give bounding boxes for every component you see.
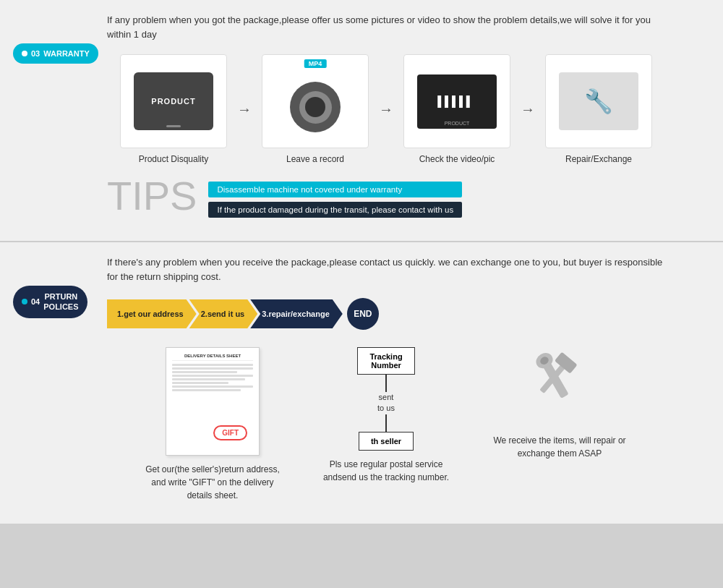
return-label: 04 PRTURNPOLICES bbox=[13, 286, 87, 318]
track-label-sent: sentto us bbox=[377, 392, 395, 414]
step-label-3: Check the video/pic bbox=[419, 154, 495, 164]
return-item-1: DELIVERY DETAILS SHEET GIFT bbox=[140, 347, 285, 502]
tips-section: TIPS Disassemble machine not covered und… bbox=[107, 176, 665, 218]
delivery-sheet: DELIVERY DETAILS SHEET GIFT bbox=[166, 347, 260, 456]
tips-title: TIPS bbox=[107, 176, 197, 216]
video-bars: ▌▌▌▌▌ bbox=[437, 95, 474, 107]
tip-1: Disassemble machine not covered under wa… bbox=[208, 182, 462, 197]
line-7 bbox=[172, 385, 253, 388]
line-3 bbox=[172, 371, 237, 373]
return-title: PRTURNPOLICES bbox=[43, 291, 78, 312]
tracking-box-1: TrackingNumber bbox=[357, 347, 414, 375]
return-item-text-2: Pls use regular postal service andsend u… bbox=[314, 458, 458, 484]
track-line-2 bbox=[385, 414, 387, 432]
delivery-sheet-title: DELIVERY DETAILS SHEET bbox=[172, 354, 253, 361]
flow-step-2: 2.send it us bbox=[189, 299, 258, 328]
line-8 bbox=[172, 389, 241, 391]
arrow-1: → bbox=[237, 101, 252, 118]
step-label-1: Product Disquality bbox=[139, 154, 209, 164]
flow-step-3: 3.repair/exchange bbox=[250, 299, 343, 328]
line-4 bbox=[172, 375, 253, 377]
flow-end: END bbox=[347, 298, 379, 330]
step-box-repair: 🔧 bbox=[545, 54, 652, 148]
return-intro-text: If there's any problem when you receive … bbox=[107, 255, 665, 284]
warranty-section-title: WARRANTY bbox=[43, 49, 90, 58]
step-label-2: Leave a record bbox=[286, 154, 344, 164]
line-1 bbox=[172, 364, 253, 366]
arrow-2: → bbox=[379, 101, 393, 118]
delivery-icon: DELIVERY DETAILS SHEET GIFT bbox=[166, 347, 260, 456]
track-line-1 bbox=[385, 375, 387, 392]
warranty-steps: PRODUCT Product Disquality → MP4 Leave a… bbox=[107, 54, 665, 164]
warranty-step-2: MP4 Leave a record bbox=[262, 54, 369, 164]
warranty-intro-text: If any problem when you got the package,… bbox=[107, 13, 665, 41]
tracking-box-2: th seller bbox=[359, 432, 414, 451]
camera-lens bbox=[299, 91, 332, 124]
return-section: 04 PRTURNPOLICES If there's any problem … bbox=[0, 242, 723, 524]
return-item-text-3: We receive the items, will repair or exc… bbox=[487, 434, 632, 460]
tracking-flow: TrackingNumber sentto us th seller bbox=[357, 347, 414, 451]
warranty-step-3: ▌▌▌▌▌ PRODUCT Check the video/pic bbox=[403, 54, 510, 164]
warranty-step-1: PRODUCT Product Disquality bbox=[120, 54, 227, 164]
step-box-product: PRODUCT bbox=[120, 54, 227, 148]
warranty-section: 03 WARRANTY If any problem when you got … bbox=[0, 0, 723, 242]
warranty-dot bbox=[22, 51, 27, 56]
return-item-text-1: Get our(the seller's)return address, and… bbox=[140, 463, 285, 502]
return-item-3: We receive the items, will repair or exc… bbox=[487, 347, 632, 502]
tips-items: Disassemble machine not covered under wa… bbox=[208, 176, 462, 218]
line-2 bbox=[172, 367, 253, 370]
return-bottom-items: DELIVERY DETAILS SHEET GIFT bbox=[107, 347, 665, 502]
step-box-mp4: MP4 bbox=[262, 54, 369, 148]
mp4-badge: MP4 bbox=[304, 59, 327, 68]
warranty-section-number: 03 bbox=[31, 49, 40, 58]
video-label: PRODUCT bbox=[445, 121, 470, 126]
gift-badge: GIFT bbox=[213, 425, 247, 440]
camera-lens-inner bbox=[305, 97, 325, 117]
arrow-3: → bbox=[521, 101, 535, 118]
warranty-label: 03 WARRANTY bbox=[13, 43, 98, 64]
tools-svg bbox=[520, 347, 599, 427]
return-dot bbox=[22, 299, 27, 304]
product-icon: PRODUCT bbox=[134, 72, 213, 130]
camera-body bbox=[290, 82, 341, 132]
step-label-4: Repair/Exchange bbox=[565, 154, 632, 164]
video-icon: ▌▌▌▌▌ PRODUCT bbox=[417, 74, 497, 129]
tip-2: If the product damaged during the transi… bbox=[208, 202, 462, 218]
tracking-icon: TrackingNumber sentto us th seller bbox=[357, 347, 414, 451]
delivery-lines bbox=[172, 364, 253, 391]
flow-step-1: 1.get our address bbox=[107, 299, 197, 328]
repair-icon: 🔧 bbox=[559, 72, 638, 130]
return-number: 04 bbox=[31, 297, 40, 307]
tools-container bbox=[520, 347, 599, 427]
return-item-2: TrackingNumber sentto us th seller Pls u… bbox=[314, 347, 458, 502]
step-box-video: ▌▌▌▌▌ PRODUCT bbox=[403, 54, 510, 148]
line-5 bbox=[172, 378, 245, 380]
line-6 bbox=[172, 382, 228, 384]
tools-icon bbox=[520, 347, 599, 427]
warranty-step-4: 🔧 Repair/Exchange bbox=[545, 54, 652, 164]
return-flow-steps: 1.get our address 2.send it us 3.repair/… bbox=[107, 298, 665, 330]
page-wrapper: 03 WARRANTY If any problem when you got … bbox=[0, 0, 723, 524]
